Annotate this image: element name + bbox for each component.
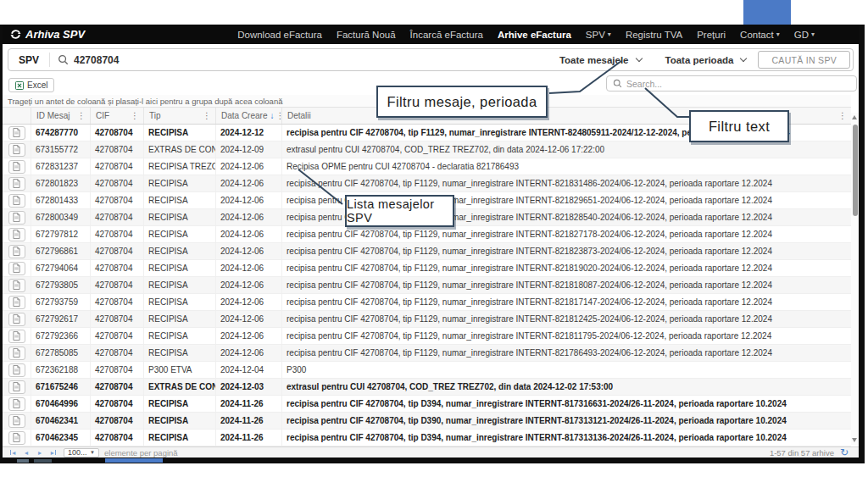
open-document-button[interactable] [8, 245, 25, 258]
nav-item-registru-tva[interactable]: Registru TVA [626, 30, 682, 40]
nav-item-label: Contact [740, 30, 774, 40]
open-document-button[interactable] [8, 380, 25, 394]
table-row[interactable]: 67283123742708704RECIPISA TREZORERIE2024… [3, 158, 851, 175]
open-document-button[interactable] [8, 262, 25, 275]
table-row[interactable]: 67279380542708704RECIPISA2024-12-06recip… [3, 277, 851, 294]
document-icon [13, 331, 20, 341]
cell-cif: 42708704 [91, 209, 144, 225]
nav-item-factur-nou-[interactable]: Factură Nouă [337, 30, 396, 40]
nav-item--ncarc-efactura[interactable]: Încarcă eFactura [410, 30, 483, 40]
cell-data-creare: 2024-12-06 [216, 175, 282, 191]
table-row[interactable]: 67279406442708704RECIPISA2024-12-06recip… [3, 260, 851, 277]
cell-id-mesaj: 672793805 [31, 277, 91, 293]
cell-cif: 42708704 [91, 345, 144, 361]
table-row[interactable]: 67279261742708704RECIPISA2024-12-06recip… [3, 311, 851, 328]
vertical-scrollbar[interactable] [851, 113, 859, 445]
nav-menu: Download eFacturaFactură NouăÎncarcă eFa… [237, 30, 859, 40]
column-header-data-creare[interactable]: Data Creare↓⋮ [216, 108, 282, 124]
nav-item-download-efactura[interactable]: Download eFactura [237, 30, 322, 40]
period-filter-dropdown[interactable]: Toata perioada [654, 55, 759, 65]
document-icon [13, 433, 20, 442]
first-page-button[interactable]: ◂ [6, 448, 19, 458]
scroll-up-icon[interactable] [852, 115, 857, 119]
table-row[interactable]: 67236218842708704P300 ETVA2024-12-04P300 [3, 362, 851, 379]
nav-item-contact[interactable]: Contact▾ [740, 30, 780, 40]
table-row[interactable]: 67279236642708704RECIPISA2024-12-06recip… [3, 328, 851, 345]
open-document-button[interactable] [8, 296, 25, 309]
next-page-button[interactable]: ▸ [33, 448, 47, 458]
nav-item-label: Factură Nouă [337, 30, 396, 40]
table-row[interactable]: 67279781242708704RECIPISA2024-12-06recip… [3, 226, 851, 243]
cell-cif: 42708704 [91, 277, 144, 293]
nav-item-arhive-efactura[interactable]: Arhive eFactura [498, 30, 571, 40]
column-menu-icon[interactable]: ⋮ [837, 111, 849, 120]
column-menu-icon[interactable]: ⋮ [274, 111, 282, 120]
browser-tab-fragment [743, 0, 791, 25]
cell-cif: 42708704 [91, 362, 144, 378]
open-document-button[interactable] [8, 363, 25, 377]
nav-item-spv[interactable]: SPV▾ [586, 30, 611, 40]
search-icon [58, 54, 69, 65]
nav-item-label: GD [794, 30, 809, 40]
nav-item-label: Arhive eFactura [498, 30, 571, 40]
table-row[interactable]: 67046499642708704RECIPISA2024-11-26recip… [3, 396, 851, 413]
open-document-button[interactable] [8, 194, 25, 208]
open-document-button[interactable] [8, 313, 25, 326]
open-document-button[interactable] [8, 126, 25, 140]
nav-item-label: Încarcă eFactura [410, 30, 483, 40]
page-size-dropdown[interactable]: 100... ▼ [64, 448, 99, 458]
scroll-down-icon[interactable] [852, 438, 857, 442]
grid-search-input[interactable] [626, 79, 850, 89]
document-icon [13, 128, 20, 137]
app-logo[interactable]: Arhiva SPV [3, 28, 85, 41]
table-row[interactable]: 67279375942708704RECIPISA2024-12-06recip… [3, 294, 851, 311]
column-menu-icon[interactable]: ⋮ [129, 111, 141, 120]
cell-tip: P300 ETVA [144, 362, 216, 378]
open-document-button[interactable] [8, 431, 25, 445]
open-document-button[interactable] [8, 414, 25, 428]
messages-filter-dropdown[interactable]: Toate mesajele [548, 55, 654, 65]
column-menu-icon[interactable]: ⋮ [75, 111, 87, 120]
cell-data-creare: 2024-12-06 [216, 311, 282, 327]
open-document-button[interactable] [8, 177, 25, 191]
cif-search-input[interactable] [69, 54, 548, 66]
caret-down-icon: ▾ [811, 31, 815, 38]
table-row[interactable]: 67279686142708704RECIPISA2024-12-06recip… [3, 243, 851, 260]
search-icon [613, 79, 622, 88]
table-row[interactable]: 67315577242708704EXTRAS DE CONT2024-12-0… [3, 141, 851, 158]
scrollbar-thumb[interactable] [853, 125, 858, 216]
cell-detalii: recipisa pentru CIF 42708704, tip D390, … [282, 413, 851, 429]
refresh-icon[interactable]: ↻ [840, 447, 849, 458]
open-document-button[interactable] [8, 330, 25, 343]
nav-item-label: Registru TVA [626, 30, 682, 40]
column-header-tip[interactable]: Tip⋮ [144, 108, 216, 124]
cell-id-mesaj: 674287770 [31, 125, 91, 141]
table-row[interactable]: 67046234142708704RECIPISA2024-11-26recip… [3, 413, 851, 430]
open-document-button[interactable] [8, 228, 25, 241]
table-row[interactable]: 67167524642708704EXTRAS DE CONT2024-12-0… [3, 379, 851, 396]
open-document-button[interactable] [8, 143, 25, 157]
table-row[interactable]: 67046234542708704RECIPISA2024-11-26recip… [3, 430, 851, 446]
table-row[interactable]: 67280182342708704RECIPISA2024-12-06recip… [3, 175, 851, 192]
column-menu-icon[interactable]: ⋮ [201, 111, 213, 120]
table-row[interactable]: 67278508542708704RECIPISA2024-12-06recip… [3, 345, 851, 362]
export-excel-button[interactable]: Excel [8, 78, 54, 92]
cell-icon [3, 311, 31, 327]
cell-icon [3, 277, 31, 293]
open-document-button[interactable] [8, 397, 25, 411]
column-header-cif[interactable]: CIF⋮ [91, 108, 144, 124]
open-document-button[interactable] [8, 347, 25, 360]
column-header-id-mesaj[interactable]: ID Mesaj⋮ [31, 108, 91, 124]
nav-item-gd[interactable]: GD▾ [794, 30, 815, 40]
open-document-button[interactable] [8, 160, 25, 174]
cell-tip: RECIPISA [144, 125, 216, 141]
prev-page-button[interactable]: ◂ [19, 448, 33, 458]
cell-data-creare: 2024-11-26 [216, 396, 282, 412]
nav-item-pre-uri[interactable]: Prețuri [697, 30, 726, 40]
cell-detalii: Recipisa OPME pentru CUI 42708704 - decl… [282, 158, 851, 175]
search-spv-button[interactable]: CAUTĂ IN SPV [758, 51, 850, 69]
last-page-button[interactable]: ▸ [47, 448, 60, 458]
open-document-button[interactable] [8, 211, 25, 225]
open-document-button[interactable] [8, 279, 25, 292]
cell-cif: 42708704 [91, 294, 144, 310]
